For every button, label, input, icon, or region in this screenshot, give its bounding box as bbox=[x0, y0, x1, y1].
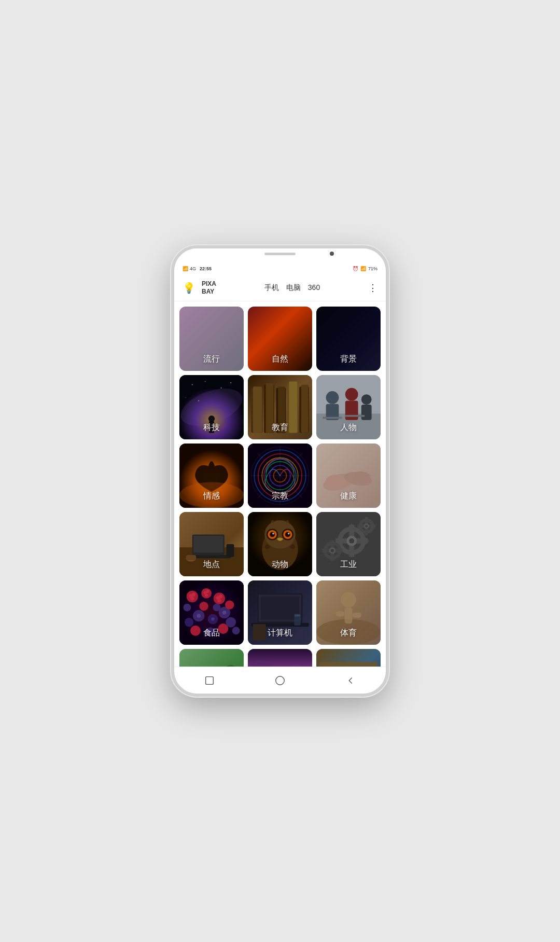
status-left: 📶 4G 22:55 bbox=[183, 266, 212, 271]
category-jiaoyu[interactable]: 教育 bbox=[248, 375, 312, 439]
category-label: 体育 bbox=[316, 628, 381, 639]
category-jisuanji[interactable]: 计算机 bbox=[248, 580, 312, 645]
category-zongjiao[interactable]: 宗教 bbox=[248, 444, 312, 508]
status-right: ⏰ 📶 71% bbox=[353, 266, 377, 271]
nav-bar: 💡 PIXA BAY 手机 电脑 360 ⋮ bbox=[174, 274, 386, 301]
category-label: 健康 bbox=[316, 491, 381, 502]
category-label: 教育 bbox=[248, 422, 312, 433]
category-label: 人物 bbox=[316, 422, 381, 433]
speaker bbox=[264, 253, 296, 255]
more-menu-button[interactable]: ⋮ bbox=[368, 282, 377, 294]
category-qinggan[interactable]: 情感 bbox=[179, 444, 244, 508]
svg-point-193 bbox=[276, 676, 285, 685]
category-gongye[interactable]: 工业 bbox=[316, 512, 381, 576]
category-label: 动物 bbox=[248, 559, 312, 570]
nav-home-button[interactable] bbox=[273, 673, 287, 688]
category-dongwu[interactable]: 动物 bbox=[248, 512, 312, 576]
category-renwu[interactable]: 人物 bbox=[316, 375, 381, 439]
category-jianzhu[interactable]: 建筑 bbox=[316, 649, 381, 667]
status-bar: 📶 4G 22:55 ⏰ 📶 71% bbox=[174, 263, 386, 274]
brand-name[interactable]: PIXA BAY bbox=[202, 280, 216, 295]
category-grid: 流行 bbox=[179, 307, 381, 667]
tab-360[interactable]: 360 bbox=[308, 283, 320, 293]
content-area: 流行 bbox=[174, 301, 386, 667]
category-label: 背景 bbox=[316, 354, 381, 365]
category-keji[interactable]: 科技 bbox=[179, 375, 244, 439]
camera bbox=[330, 252, 334, 256]
nav-square-button[interactable] bbox=[202, 673, 217, 688]
category-label: 地点 bbox=[179, 559, 244, 570]
nav-back-button[interactable] bbox=[343, 673, 358, 688]
nav-tabs: 手机 电脑 360 bbox=[222, 283, 362, 293]
svg-rect-192 bbox=[206, 676, 214, 684]
category-liuxing[interactable]: 流行 bbox=[179, 307, 244, 371]
category-label: 流行 bbox=[179, 354, 244, 365]
category-label: 情感 bbox=[179, 491, 244, 502]
logo-icon[interactable]: 💡 bbox=[183, 282, 195, 294]
signal-icon: 📶 bbox=[183, 266, 188, 271]
battery: 71% bbox=[368, 266, 377, 271]
category-jiaotong[interactable]: 交通运输 bbox=[179, 649, 244, 667]
alarm-icon: ⏰ bbox=[353, 266, 358, 271]
phone-frame: 📶 4G 22:55 ⏰ 📶 71% 💡 PIXA BAY 手机 电脑 360 … bbox=[171, 245, 389, 697]
category-beijing[interactable]: 背景 bbox=[316, 307, 381, 371]
category-label: 科技 bbox=[179, 422, 244, 433]
category-label: 食品 bbox=[179, 628, 244, 639]
category-label: 工业 bbox=[316, 559, 381, 570]
network-type: 4G bbox=[190, 266, 196, 271]
category-jiankang[interactable]: 健康 bbox=[316, 444, 381, 508]
category-label: 计算机 bbox=[248, 628, 312, 639]
category-shipin[interactable]: 食品 bbox=[179, 580, 244, 645]
bottom-nav-bar bbox=[174, 667, 386, 694]
category-label: 宗教 bbox=[248, 491, 312, 502]
tab-desktop[interactable]: 电脑 bbox=[286, 283, 301, 293]
wifi-icon: 📶 bbox=[360, 266, 366, 271]
category-luyou[interactable]: 旅游 bbox=[248, 649, 312, 667]
category-tiyu[interactable]: 体育 bbox=[316, 580, 381, 645]
category-didian[interactable]: 地点 bbox=[179, 512, 244, 576]
tab-mobile[interactable]: 手机 bbox=[264, 283, 279, 293]
category-ziran[interactable]: 自然 bbox=[248, 307, 312, 371]
time: 22:55 bbox=[200, 266, 212, 271]
notch-area bbox=[174, 248, 386, 263]
category-label: 自然 bbox=[248, 354, 312, 365]
